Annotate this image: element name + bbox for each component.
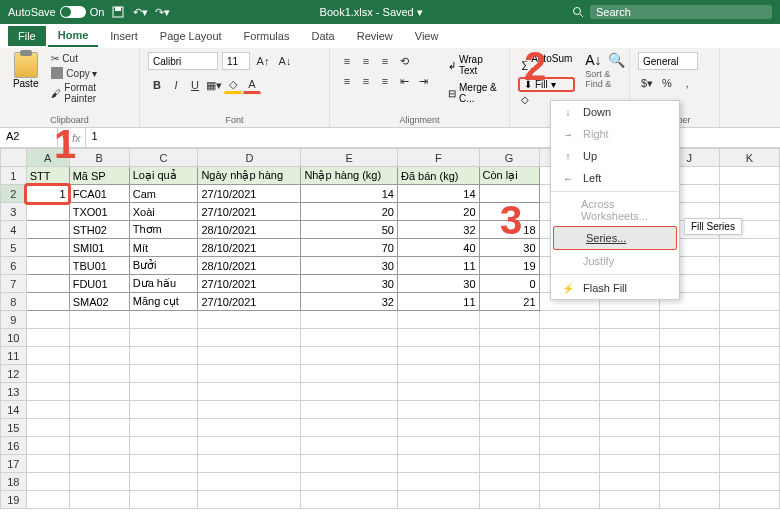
align-center-icon[interactable]: ≡ — [357, 72, 375, 90]
cell[interactable] — [397, 491, 479, 509]
cell[interactable] — [129, 383, 198, 401]
cell[interactable] — [26, 473, 69, 491]
row-header[interactable]: 2 — [1, 185, 27, 203]
cell[interactable]: 30 — [479, 239, 539, 257]
cell[interactable]: TBU01 — [69, 257, 129, 275]
flash-fill-item[interactable]: ⚡Flash Fill — [551, 277, 679, 299]
cell[interactable] — [599, 473, 659, 491]
cell[interactable]: 30 — [397, 275, 479, 293]
row-header[interactable]: 3 — [1, 203, 27, 221]
cell[interactable] — [69, 491, 129, 509]
cell[interactable] — [719, 239, 779, 257]
cell[interactable] — [539, 383, 599, 401]
row-header[interactable]: 12 — [1, 365, 27, 383]
cell[interactable]: Loại quả — [129, 167, 198, 185]
cell[interactable] — [659, 455, 719, 473]
row-header[interactable]: 17 — [1, 455, 27, 473]
cell[interactable] — [198, 401, 301, 419]
cell[interactable] — [26, 419, 69, 437]
cell[interactable] — [301, 419, 398, 437]
cell[interactable] — [301, 329, 398, 347]
paste-button[interactable]: Paste — [8, 52, 43, 113]
cell[interactable] — [599, 491, 659, 509]
cell[interactable]: 18 — [479, 221, 539, 239]
cell[interactable] — [397, 473, 479, 491]
cell[interactable]: Nhập hàng (kg) — [301, 167, 398, 185]
fill-color-button[interactable]: ◇ — [224, 76, 242, 94]
cell[interactable] — [479, 329, 539, 347]
row-header[interactable]: 1 — [1, 167, 27, 185]
cell[interactable]: Còn lại — [479, 167, 539, 185]
undo-icon[interactable]: ↶▾ — [132, 4, 148, 20]
cell[interactable] — [719, 311, 779, 329]
row-header[interactable]: 10 — [1, 329, 27, 347]
bold-button[interactable]: B — [148, 76, 166, 94]
cell[interactable] — [129, 347, 198, 365]
cell[interactable] — [479, 365, 539, 383]
cell[interactable] — [26, 275, 69, 293]
cell[interactable] — [659, 437, 719, 455]
cell[interactable] — [539, 437, 599, 455]
cell[interactable] — [397, 365, 479, 383]
sort-icon[interactable]: A↓ — [585, 52, 601, 68]
cell[interactable] — [69, 383, 129, 401]
cell[interactable] — [479, 419, 539, 437]
row-header[interactable]: 11 — [1, 347, 27, 365]
cell[interactable] — [397, 347, 479, 365]
cell[interactable] — [599, 401, 659, 419]
name-box[interactable]: A2 — [0, 128, 58, 147]
cell[interactable] — [719, 365, 779, 383]
cell[interactable]: Đã bán (kg) — [397, 167, 479, 185]
row-header[interactable]: 8 — [1, 293, 27, 311]
cell[interactable]: 28/10/2021 — [198, 239, 301, 257]
cell[interactable] — [301, 401, 398, 419]
cell[interactable] — [301, 437, 398, 455]
cell[interactable] — [129, 491, 198, 509]
cell[interactable]: Cam — [129, 185, 198, 203]
row-header[interactable]: 4 — [1, 221, 27, 239]
tab-page-layout[interactable]: Page Layout — [150, 26, 232, 46]
cell[interactable] — [26, 383, 69, 401]
row-header[interactable]: 9 — [1, 311, 27, 329]
cell[interactable]: 14 — [397, 185, 479, 203]
cell[interactable] — [198, 329, 301, 347]
cell[interactable]: 32 — [301, 293, 398, 311]
cell[interactable]: Măng cụt — [129, 293, 198, 311]
cell[interactable] — [129, 329, 198, 347]
cell[interactable]: 21 — [479, 293, 539, 311]
cell[interactable] — [479, 437, 539, 455]
cell[interactable] — [397, 383, 479, 401]
row-header[interactable]: 13 — [1, 383, 27, 401]
cell[interactable] — [26, 329, 69, 347]
cell[interactable]: SMI01 — [69, 239, 129, 257]
cell[interactable]: 30 — [301, 275, 398, 293]
select-all-corner[interactable] — [1, 149, 27, 167]
cell[interactable] — [129, 419, 198, 437]
cell[interactable]: STH02 — [69, 221, 129, 239]
cell[interactable]: Xoài — [129, 203, 198, 221]
cell[interactable] — [719, 401, 779, 419]
indent-inc-icon[interactable]: ⇥ — [414, 72, 432, 90]
cell[interactable]: Mã SP — [69, 167, 129, 185]
cell[interactable] — [69, 329, 129, 347]
tab-review[interactable]: Review — [347, 26, 403, 46]
col-header-d[interactable]: D — [198, 149, 301, 167]
fill-up-item[interactable]: ↑Up — [551, 145, 679, 167]
cell[interactable] — [397, 455, 479, 473]
cell[interactable] — [129, 473, 198, 491]
cell[interactable] — [479, 311, 539, 329]
cell[interactable] — [198, 419, 301, 437]
cell[interactable]: 70 — [301, 239, 398, 257]
cell[interactable] — [26, 221, 69, 239]
cell[interactable] — [659, 347, 719, 365]
cell[interactable]: 40 — [397, 239, 479, 257]
fill-button[interactable]: ⬇Fill ▾ — [518, 77, 575, 92]
row-header[interactable]: 14 — [1, 401, 27, 419]
cell[interactable]: Dưa hấu — [129, 275, 198, 293]
comma-icon[interactable]: , — [678, 74, 696, 92]
cell[interactable] — [198, 473, 301, 491]
cell[interactable] — [719, 185, 779, 203]
cell[interactable] — [479, 455, 539, 473]
cell[interactable] — [129, 401, 198, 419]
tab-insert[interactable]: Insert — [100, 26, 148, 46]
